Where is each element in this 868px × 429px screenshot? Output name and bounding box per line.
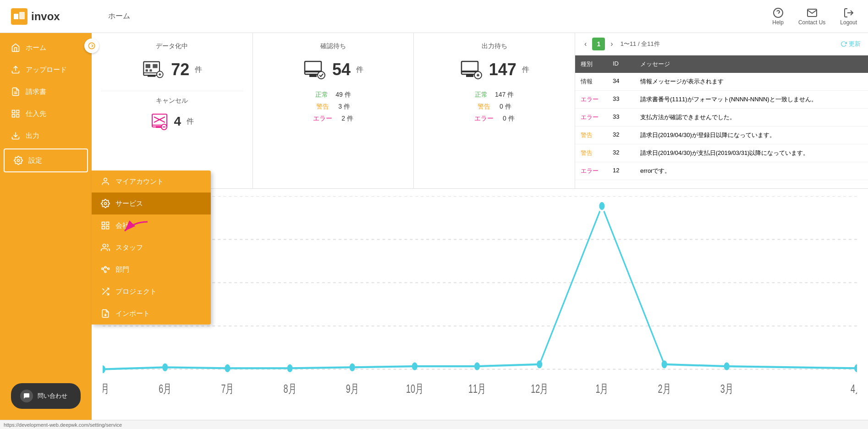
staff-icon xyxy=(101,243,110,252)
sidebar-item-upload[interactable]: アップロード xyxy=(0,59,92,81)
pending-output-count: 147 xyxy=(489,60,516,79)
svg-point-15 xyxy=(104,178,107,182)
svg-point-76 xyxy=(854,364,857,372)
submenu-item-import[interactable]: インポート xyxy=(92,302,211,324)
sidebar-item-supplier[interactable]: 仕入先 xyxy=(0,103,92,125)
svg-rect-56 xyxy=(466,74,473,77)
sidebar-item-settings[interactable]: 設定 xyxy=(4,148,88,172)
output-warning-row: 警告 0 件 xyxy=(423,103,566,111)
notif-message: 請求日(2019/04/30)が登録日以降になっています。 xyxy=(635,126,868,144)
svg-point-75 xyxy=(724,363,730,370)
svg-point-54 xyxy=(318,72,325,79)
pending-output-title: 出力待ち xyxy=(423,42,566,50)
pending-output-main: 147 件 xyxy=(423,58,566,82)
header: invox ホーム Help Contact Us Logout xyxy=(0,0,868,33)
digitizing-icon xyxy=(142,58,165,82)
confirm-normal-label: 正常 xyxy=(315,91,328,99)
refresh-button[interactable]: 更新 xyxy=(841,40,861,48)
logout-button[interactable]: Logout xyxy=(840,7,857,26)
logout-label: Logout xyxy=(840,19,857,26)
confirm-warning-row: 警告 3 件 xyxy=(262,103,405,111)
output-stat-rows: 正常 147 件 警告 0 件 エラー 0 件 xyxy=(423,91,566,123)
notif-message: 請求書番号(1111)がフォーマット(NNNN-NNNN)と一致しません。 xyxy=(635,91,868,108)
confirm-stat-rows: 正常 49 件 警告 3 件 エラー 2 件 xyxy=(262,91,405,123)
notif-header: ‹ 1 › 1〜11 / 全11件 更新 xyxy=(575,33,868,55)
svg-rect-1 xyxy=(19,12,25,19)
stat-card-pending-confirm: 確認待ち 54 件 正常 xyxy=(253,33,414,188)
pending-confirm-count: 54 xyxy=(332,60,351,79)
submenu-item-account[interactable]: マイアカウント xyxy=(92,170,211,192)
cancel-section: キャンセル 4 件 xyxy=(101,91,243,140)
table-row: エラー 33 支払方法が確認できませんでした。 xyxy=(575,109,868,126)
svg-text:7月: 7月 xyxy=(221,382,234,396)
submenu-item-department[interactable]: 部門 xyxy=(92,258,211,280)
svg-text:12月: 12月 xyxy=(531,382,548,396)
prev-page-button[interactable]: ‹ xyxy=(582,38,588,50)
page-number: 1 xyxy=(592,38,605,50)
cancel-unit: 件 xyxy=(187,117,194,126)
service-icon xyxy=(101,199,110,208)
sidebar: ホーム アップロード 請求書 xyxy=(0,33,92,420)
logo-icon xyxy=(11,8,27,25)
notif-table-header: 種別 ID メッセージ xyxy=(575,55,868,73)
svg-rect-11 xyxy=(12,115,15,117)
svg-point-73 xyxy=(599,201,605,211)
svg-rect-40 xyxy=(150,69,152,72)
page-title: ホーム xyxy=(108,11,130,21)
svg-text:6月: 6月 xyxy=(159,382,171,396)
notif-id: 32 xyxy=(607,144,635,162)
svg-text:3月: 3月 xyxy=(720,382,733,396)
confirm-error-count: 2 件 xyxy=(340,115,353,123)
notif-id: 12 xyxy=(607,162,635,180)
pending-confirm-main: 54 件 xyxy=(262,58,405,82)
next-page-button[interactable]: › xyxy=(609,38,615,50)
inquiry-icon xyxy=(20,390,33,402)
inquiry-section: 問い合わせ xyxy=(0,372,92,420)
sidebar-item-home[interactable]: ホーム xyxy=(0,37,92,59)
sidebar-label-settings: 設定 xyxy=(28,156,42,165)
sidebar-toggle[interactable] xyxy=(84,38,99,53)
cancel-icon xyxy=(150,112,169,131)
confirm-warning-label: 警告 xyxy=(316,103,329,111)
pending-confirm-title: 確認待ち xyxy=(262,42,405,50)
col-header-message: メッセージ xyxy=(635,55,868,73)
submenu-label-company: 会社 xyxy=(115,221,129,230)
submenu-item-service[interactable]: サービス xyxy=(92,192,211,214)
svg-rect-23 xyxy=(104,266,106,268)
settings-submenu: マイアカウント サービス 会社 xyxy=(92,170,211,324)
status-bar: https://development-web.deepwk.com/setti… xyxy=(0,420,868,429)
submenu-label-import: インポート xyxy=(115,309,150,318)
sidebar-label-supplier: 仕入先 xyxy=(26,110,46,118)
svg-rect-10 xyxy=(16,110,19,113)
table-row: 警告 32 請求日(2019/04/30)が支払日(2019/03/31)以降に… xyxy=(575,144,868,162)
supplier-icon xyxy=(11,109,20,118)
inquiry-button[interactable]: 問い合わせ xyxy=(11,383,81,409)
notification-table: 種別 ID メッセージ 情報 34 情報メッセージが表示されます エラー 33 … xyxy=(575,55,868,188)
inquiry-label: 問い合わせ xyxy=(38,392,67,400)
submenu-item-company[interactable]: 会社 xyxy=(92,214,211,236)
submenu-item-project[interactable]: プロジェクト xyxy=(92,280,211,302)
confirm-error-label: エラー xyxy=(313,115,332,123)
stat-card-pending-output: 出力待ち 147 件 xyxy=(414,33,575,188)
notif-type: エラー xyxy=(575,162,607,180)
svg-rect-38 xyxy=(153,64,158,68)
svg-rect-37 xyxy=(146,64,150,68)
sidebar-nav: ホーム アップロード 請求書 xyxy=(0,33,92,372)
chart-svg: 5月 6月 7月 8月 9月 10月 11月 12月 1月 2月 3月 4月 xyxy=(103,196,857,412)
header-actions: Help Contact Us Logout xyxy=(772,7,857,26)
sidebar-item-invoice[interactable]: 請求書 xyxy=(0,81,92,103)
notif-type: 警告 xyxy=(575,126,607,144)
help-button[interactable]: Help xyxy=(772,7,784,26)
contact-button[interactable]: Contact Us xyxy=(798,7,825,26)
svg-point-68 xyxy=(287,364,293,372)
svg-point-66 xyxy=(162,363,168,371)
sidebar-label-output: 出力 xyxy=(26,132,39,140)
svg-point-21 xyxy=(103,244,106,248)
submenu-label-department: 部門 xyxy=(115,265,129,274)
table-row: エラー 12 errorです。 xyxy=(575,162,868,180)
confirm-error-row: エラー 2 件 xyxy=(262,115,405,123)
submenu-item-staff[interactable]: スタッフ xyxy=(92,236,211,258)
svg-text:10月: 10月 xyxy=(406,382,423,396)
sidebar-item-output[interactable]: 出力 xyxy=(0,125,92,147)
output-normal-label: 正常 xyxy=(475,91,488,99)
